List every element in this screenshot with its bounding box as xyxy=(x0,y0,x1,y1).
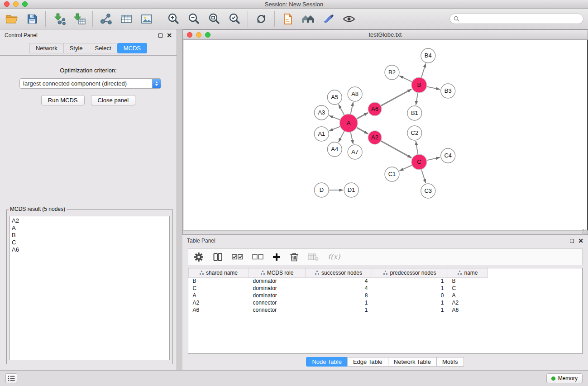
column-header[interactable]: MCDS role xyxy=(249,268,306,277)
table-cell[interactable]: B xyxy=(189,277,249,285)
graph-edge[interactable] xyxy=(421,63,426,78)
graph-edge[interactable] xyxy=(381,141,411,158)
home-button[interactable] xyxy=(301,11,316,27)
table-row[interactable]: Cdominator41C xyxy=(189,285,496,292)
table-cell[interactable]: A2 xyxy=(189,299,249,306)
show-columns-button[interactable] xyxy=(213,252,223,262)
table-settings-button[interactable] xyxy=(194,252,204,262)
close-panel-icon[interactable]: ✕ xyxy=(167,33,172,38)
zoom-out-button[interactable] xyxy=(186,11,201,27)
hide-panel-button[interactable] xyxy=(342,11,356,27)
graph-edge[interactable] xyxy=(426,157,440,161)
column-header[interactable]: name xyxy=(448,268,488,277)
table-row[interactable]: A6connector11A6 xyxy=(189,306,496,314)
graph-edge[interactable] xyxy=(399,76,412,82)
mcds-result-item[interactable]: A2 xyxy=(10,217,169,224)
table-cell[interactable]: dominator xyxy=(249,285,306,292)
open-file-button[interactable] xyxy=(5,11,19,27)
table-cell[interactable]: A xyxy=(189,292,249,299)
table-cell[interactable]: dominator xyxy=(249,292,306,299)
tab-node-table[interactable]: Node Table xyxy=(306,357,348,367)
import-network-button[interactable] xyxy=(52,11,66,27)
zoom-fit-button[interactable] xyxy=(207,11,221,27)
table-cell[interactable]: A2 xyxy=(448,299,488,306)
table-cell[interactable]: 4 xyxy=(306,285,372,292)
graph-edge[interactable] xyxy=(416,141,418,154)
create-column-button[interactable] xyxy=(272,253,281,261)
new-table-button[interactable] xyxy=(119,11,134,27)
close-table-panel-icon[interactable]: ✕ xyxy=(578,238,583,243)
table-cell[interactable]: 4 xyxy=(306,277,372,285)
graph-edge[interactable] xyxy=(416,93,418,105)
table-cell[interactable]: dominator xyxy=(249,277,306,285)
table-row[interactable]: Bdominator41B xyxy=(189,277,496,285)
table-cell[interactable]: A6 xyxy=(189,306,249,314)
mcds-result-item[interactable]: A6 xyxy=(10,246,169,253)
table-cell[interactable]: 1 xyxy=(372,285,448,292)
mcds-result-item[interactable]: C xyxy=(10,239,169,246)
graph-edge[interactable] xyxy=(329,126,340,131)
graph-edge[interactable] xyxy=(381,89,411,106)
zoom-selected-button[interactable] xyxy=(227,11,242,27)
table-cell[interactable]: A6 xyxy=(448,306,488,314)
manage-session-button[interactable] xyxy=(281,11,295,27)
graph-edge[interactable] xyxy=(339,105,344,115)
select-all-button[interactable] xyxy=(232,254,243,260)
graph-edge[interactable] xyxy=(426,86,440,89)
table-cell[interactable]: C xyxy=(448,285,488,292)
network-canvas[interactable]: B4B2BB3A5A8A6B1A3AC2A1A2A4A7C4CC1C3DD1 xyxy=(183,40,588,230)
table-cell[interactable]: A xyxy=(448,292,488,299)
run-mcds-button[interactable]: Run MCDS xyxy=(41,95,85,105)
search-input[interactable] xyxy=(462,15,583,22)
close-panel-button[interactable]: Close panel xyxy=(91,95,136,105)
import-table-button[interactable] xyxy=(72,11,86,27)
refresh-network-button[interactable] xyxy=(254,11,268,27)
table-cell[interactable]: C xyxy=(189,285,249,292)
graph-edge[interactable] xyxy=(399,165,412,171)
graph-edge[interactable] xyxy=(357,113,368,119)
graph-edge[interactable] xyxy=(357,128,368,134)
table-cell[interactable]: 1 xyxy=(306,299,372,306)
table-row[interactable]: Adominator80A xyxy=(189,292,496,299)
optimization-criterion-dropdown[interactable]: largest connected component (directed) xyxy=(19,78,161,89)
tab-mcds[interactable]: MCDS xyxy=(117,43,147,53)
graph-edge[interactable] xyxy=(329,115,340,119)
unselect-all-button[interactable] xyxy=(252,254,263,260)
mcds-result-item[interactable]: B xyxy=(10,232,169,239)
mcds-result-item[interactable]: A xyxy=(10,224,169,232)
graph-edge[interactable] xyxy=(421,169,426,183)
task-history-button[interactable] xyxy=(5,373,17,383)
paint-style-button[interactable] xyxy=(321,11,336,27)
tab-select[interactable]: Select xyxy=(89,43,117,53)
tab-network[interactable]: Network xyxy=(29,43,63,53)
tab-network-table[interactable]: Network Table xyxy=(388,357,437,367)
new-network-button[interactable] xyxy=(99,11,113,27)
column-header[interactable]: successor nodes xyxy=(306,268,372,277)
table-cell[interactable]: 1 xyxy=(372,277,448,285)
table-cell[interactable]: 1 xyxy=(372,306,448,314)
float-table-panel-icon[interactable] xyxy=(570,239,574,243)
graph-edge[interactable] xyxy=(339,131,344,142)
tab-motifs[interactable]: Motifs xyxy=(436,357,464,367)
export-image-button[interactable] xyxy=(139,11,154,27)
table-cell[interactable]: 1 xyxy=(306,306,372,314)
table-cell[interactable]: 8 xyxy=(306,292,372,299)
table-cell[interactable]: connector xyxy=(249,299,306,306)
save-session-button[interactable] xyxy=(25,11,39,27)
tab-style[interactable]: Style xyxy=(63,43,89,53)
float-panel-icon[interactable] xyxy=(158,33,163,38)
graph-edge[interactable] xyxy=(350,102,353,114)
table-cell[interactable]: 1 xyxy=(372,299,448,306)
tab-edge-table[interactable]: Edge Table xyxy=(347,357,388,367)
table-cell[interactable]: connector xyxy=(249,306,306,314)
zoom-in-button[interactable] xyxy=(166,11,181,27)
memory-button[interactable]: Memory xyxy=(546,373,583,383)
network-graph[interactable]: B4B2BB3A5A8A6B1A3AC2A1A2A4A7C4CC1C3DD1 xyxy=(183,40,587,230)
delete-column-button[interactable] xyxy=(290,252,299,262)
table-cell[interactable]: 0 xyxy=(372,292,448,299)
table-row[interactable]: A2connector11A2 xyxy=(189,299,496,306)
column-header[interactable]: shared name xyxy=(189,268,249,277)
column-header[interactable]: predecessor nodes xyxy=(372,268,448,277)
window-resize-grip[interactable] xyxy=(582,229,587,234)
graph-edge[interactable] xyxy=(350,132,353,144)
